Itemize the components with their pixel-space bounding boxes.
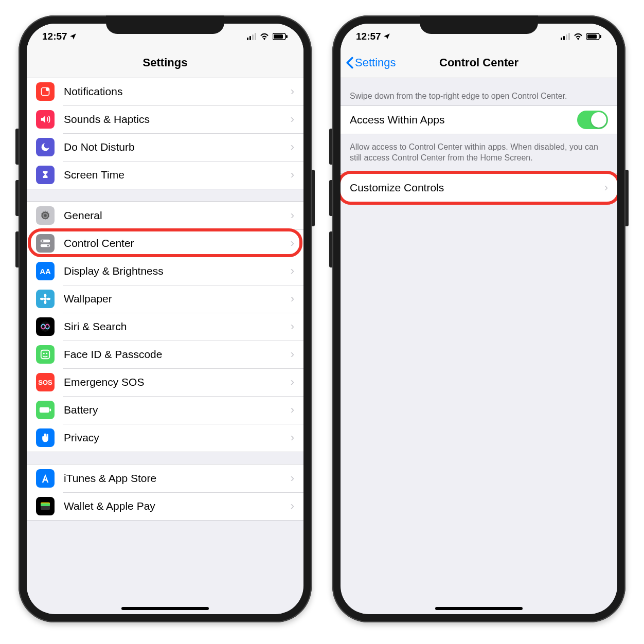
- chevron-right-icon: ›: [291, 499, 294, 513]
- row-label: Screen Time: [64, 169, 291, 181]
- notch: [106, 15, 224, 34]
- location-icon: [69, 33, 77, 40]
- home-indicator[interactable]: [121, 607, 209, 610]
- back-button[interactable]: Settings: [346, 47, 396, 78]
- chevron-right-icon: ›: [291, 320, 294, 333]
- svg-point-12: [44, 294, 47, 297]
- customize-controls-label: Customize Controls: [350, 182, 604, 194]
- chevron-right-icon: ›: [291, 403, 294, 417]
- svg-rect-21: [50, 408, 51, 411]
- settings-row-notifications[interactable]: Notifications›: [27, 78, 303, 105]
- screentime-icon: [36, 166, 55, 184]
- chevron-right-icon: ›: [291, 113, 294, 126]
- wifi-icon: [259, 33, 270, 40]
- svg-point-8: [41, 240, 43, 242]
- chevron-right-icon: ›: [291, 348, 294, 361]
- settings-row-battery[interactable]: Battery›: [27, 396, 303, 424]
- sounds-icon: [36, 110, 55, 129]
- page-title: Control Center: [439, 56, 518, 69]
- battery-icon: [586, 33, 602, 40]
- access-within-apps-row[interactable]: Access Within Apps: [341, 106, 617, 134]
- settings-row-sounds-haptics[interactable]: Sounds & Haptics›: [27, 105, 303, 133]
- row-label: Siri & Search: [64, 320, 291, 333]
- screen-settings: 12:57 Settings Notificat: [27, 24, 303, 614]
- header-note: Swipe down from the top-right edge to op…: [341, 78, 617, 106]
- phone-left: 12:57 Settings Notificat: [19, 15, 312, 622]
- row-label: Wallpaper: [64, 293, 291, 305]
- chevron-right-icon: ›: [291, 292, 294, 306]
- settings-row-display-brightness[interactable]: AADisplay & Brightness›: [27, 257, 303, 285]
- nav-bar: Settings: [27, 47, 303, 78]
- row-label: Emergency SOS: [64, 376, 291, 388]
- screen-control-center: 12:57 Settings C: [341, 24, 617, 614]
- settings-row-screen-time[interactable]: Screen Time›: [27, 161, 303, 189]
- access-within-apps-label: Access Within Apps: [350, 114, 577, 126]
- access-toggle[interactable]: [577, 111, 608, 129]
- svg-rect-27: [600, 35, 601, 38]
- status-time: 12:57: [356, 31, 381, 42]
- nav-bar: Settings Control Center: [341, 47, 617, 78]
- privacy-icon: [36, 428, 55, 447]
- back-label: Settings: [355, 56, 396, 69]
- row-label: Privacy: [64, 432, 291, 444]
- home-indicator[interactable]: [435, 607, 523, 610]
- switches-icon: [36, 234, 55, 253]
- svg-rect-17: [41, 350, 50, 359]
- svg-point-15: [47, 298, 50, 300]
- settings-row-do-not-disturb[interactable]: Do Not Disturb›: [27, 133, 303, 161]
- settings-row-control-center[interactable]: Control Center›: [27, 229, 303, 257]
- row-label: Wallet & Apple Pay: [64, 500, 291, 512]
- location-icon: [383, 33, 390, 40]
- row-label: Control Center: [64, 237, 291, 249]
- row-label: Sounds & Haptics: [64, 113, 291, 126]
- svg-point-4: [46, 88, 49, 92]
- access-footer-note: Allow access to Control Center within ap…: [341, 134, 617, 168]
- settings-row-face-id-passcode[interactable]: Face ID & Passcode›: [27, 341, 303, 368]
- battery-icon: [273, 33, 288, 40]
- row-label: Display & Brightness: [64, 265, 291, 277]
- settings-row-privacy[interactable]: Privacy›: [27, 424, 303, 452]
- chevron-right-icon: ›: [291, 237, 294, 250]
- cell-signal-icon: [561, 33, 570, 40]
- chevron-right-icon: ›: [291, 168, 294, 182]
- chevron-right-icon: ›: [291, 140, 294, 154]
- settings-row-itunes-app-store[interactable]: iTunes & App Store›: [27, 464, 303, 492]
- chevron-right-icon: ›: [604, 181, 608, 194]
- appstore-icon: [36, 469, 55, 488]
- row-label: Notifications: [64, 85, 291, 98]
- settings-row-wallpaper[interactable]: Wallpaper›: [27, 285, 303, 313]
- settings-row-wallet-apple-pay[interactable]: Wallet & Apple Pay›: [27, 492, 303, 520]
- status-time: 12:57: [42, 31, 67, 42]
- svg-rect-2: [286, 35, 288, 38]
- phone-right: 12:57 Settings C: [332, 15, 625, 622]
- svg-point-13: [44, 300, 47, 304]
- display-icon: AA: [36, 262, 55, 280]
- svg-point-18: [43, 353, 45, 354]
- chevron-right-icon: ›: [291, 431, 294, 444]
- svg-point-14: [40, 298, 44, 300]
- settings-list[interactable]: Notifications›Sounds & Haptics›Do Not Di…: [27, 78, 303, 614]
- cell-signal-icon: [247, 33, 256, 40]
- row-label: iTunes & App Store: [64, 472, 291, 485]
- gear-icon: [36, 206, 55, 225]
- row-label: Battery: [64, 404, 291, 416]
- svg-point-10: [47, 245, 49, 247]
- chevron-right-icon: ›: [291, 209, 294, 222]
- battery-icon: [36, 401, 55, 419]
- faceid-icon: [36, 345, 55, 364]
- page-title: Settings: [143, 56, 188, 69]
- row-label: General: [64, 209, 291, 222]
- control-center-list[interactable]: Swipe down from the top-right edge to op…: [341, 78, 617, 614]
- settings-row-general[interactable]: General›: [27, 202, 303, 229]
- chevron-right-icon: ›: [291, 264, 294, 278]
- svg-rect-26: [587, 34, 597, 39]
- wifi-icon: [573, 33, 583, 40]
- settings-row-emergency-sos[interactable]: SOSEmergency SOS›: [27, 368, 303, 396]
- customize-controls-row[interactable]: Customize Controls ›: [341, 174, 617, 202]
- row-label: Face ID & Passcode: [64, 348, 291, 361]
- row-label: Do Not Disturb: [64, 141, 291, 153]
- notch: [420, 15, 538, 34]
- notifications-icon: [36, 82, 55, 101]
- chevron-right-icon: ›: [291, 85, 294, 98]
- settings-row-siri-search[interactable]: Siri & Search›: [27, 313, 303, 341]
